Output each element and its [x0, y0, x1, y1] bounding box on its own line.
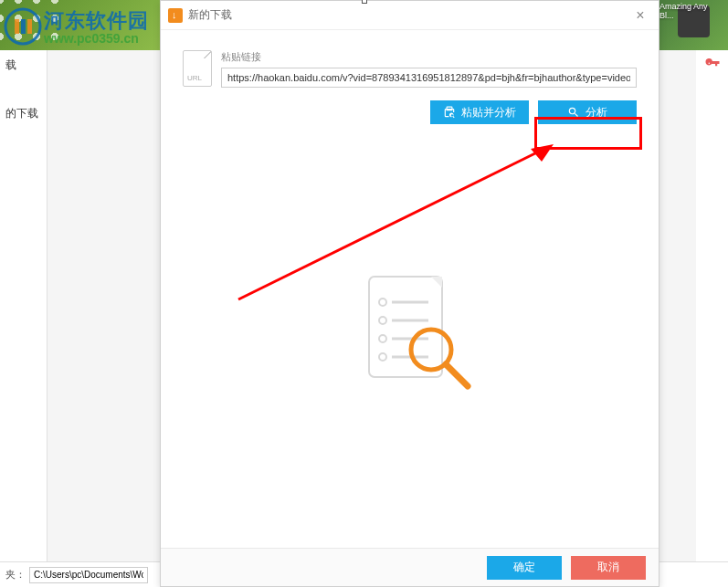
svg-rect-2 [21, 19, 26, 34]
download-icon [168, 8, 183, 23]
watermark: 河东软件园 www.pc0359.cn [4, 7, 149, 46]
dialog-body: URL 粘贴链接 粘贴并分析 分析 [161, 30, 659, 548]
svg-rect-1 [15, 19, 19, 34]
save-folder-label: 夹： [5, 568, 26, 582]
wallpaper-right: Amazing Any Bl... [659, 0, 728, 50]
svg-line-16 [446, 364, 468, 386]
paste-analyze-button[interactable]: 粘贴并分析 [430, 100, 529, 124]
ok-button[interactable]: 确定 [487, 556, 562, 580]
close-icon[interactable]: × [629, 5, 651, 26]
dialog-footer: 确定 取消 [161, 548, 659, 586]
dialog-titlebar: 新的下载 × [161, 1, 659, 30]
watermark-text-url: www.pc0359.cn [44, 31, 149, 46]
watermark-logo-icon [4, 7, 42, 46]
resize-handle-icon [362, 0, 367, 4]
new-download-dialog: 新的下载 × URL 粘贴链接 粘贴并分析 分析 [160, 0, 659, 587]
dialog-title: 新的下载 [188, 7, 629, 23]
save-folder-input[interactable] [29, 567, 148, 583]
desktop-app-label: Amazing Any Bl... [659, 2, 723, 20]
clipboard-search-icon [443, 106, 456, 119]
svg-rect-3 [27, 19, 32, 34]
empty-state-illustration [342, 267, 479, 414]
search-icon [567, 106, 580, 119]
paste-analyze-label: 粘贴并分析 [461, 105, 516, 121]
url-icon-label: URL [187, 74, 202, 82]
paste-link-label: 粘贴链接 [221, 50, 637, 64]
cancel-button[interactable]: 取消 [571, 556, 646, 580]
svg-marker-5 [531, 144, 554, 162]
analyze-label: 分析 [586, 105, 607, 121]
url-input[interactable] [221, 68, 637, 88]
analyze-button[interactable]: 分析 [538, 100, 637, 124]
svg-rect-6 [369, 277, 442, 377]
url-file-icon: URL [183, 50, 212, 87]
